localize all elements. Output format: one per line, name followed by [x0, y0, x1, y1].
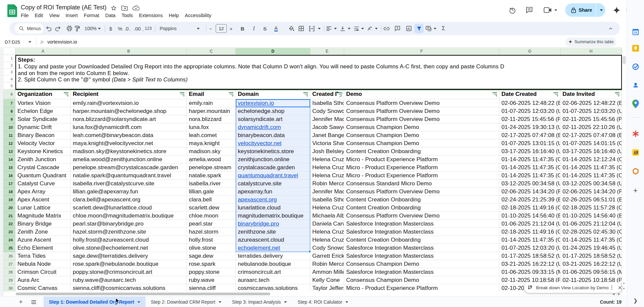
cell-D21[interactable]: magnitudematrix.boutique: [236, 212, 310, 220]
cell-H13[interactable]: 03-17-2025 16:16:40 (UTC): [560, 147, 622, 156]
row-header-7[interactable]: 7: [3, 99, 15, 107]
gemini-icon[interactable]: [612, 6, 621, 16]
cell-E9[interactable]: Jennifer Mack: [310, 115, 344, 123]
cell-F13[interactable]: Content Creation Onboarding: [344, 147, 499, 156]
column-header-B[interactable]: B: [71, 48, 187, 55]
cell-B11[interactable]: leah.comet@binarybeacon.data: [71, 131, 187, 139]
row-header-12[interactable]: 12: [3, 139, 15, 147]
suggestion-toast[interactable]: Break down View Location by Demo: [524, 282, 622, 293]
filter-icon[interactable]: [553, 93, 558, 97]
cell-F12[interactable]: Consensus Champion Demo: [344, 139, 499, 147]
add-sheet-button[interactable]: +: [17, 297, 25, 307]
cell-D24[interactable]: azureascent.cloud: [236, 236, 310, 244]
cell-B26[interactable]: sage.dew@terratides.delivery: [71, 252, 187, 260]
cell-D28[interactable]: crimsoncircuit.art: [236, 268, 310, 276]
table-header-cell[interactable]: Domain: [236, 89, 310, 99]
vertical-scrollbar-thumb[interactable]: [623, 56, 626, 64]
row-header-5[interactable]: 5: [3, 82, 15, 89]
row-header-28[interactable]: 28: [3, 268, 15, 276]
cell-D25[interactable]: echoelement.net: [236, 244, 310, 252]
cell-F28[interactable]: Salesforce Integration Masterclass: [344, 268, 499, 276]
insert-link-button[interactable]: [382, 22, 391, 35]
cell-D20[interactable]: lunarlattice.cloud: [236, 204, 310, 212]
cell-G17[interactable]: 03-12-2025 00:34:58 (UTC): [499, 180, 560, 188]
cell-A13[interactable]: Keystone Kinetics: [15, 147, 71, 156]
undo-button[interactable]: [44, 22, 53, 35]
cell-G23[interactable]: 02-18-2025 11:49:16 (CDT): [499, 228, 560, 236]
cell-F22[interactable]: Salesforce Integration Masterclass: [344, 220, 499, 228]
cell-A23[interactable]: Zenith Zone: [15, 228, 71, 236]
row-header-3[interactable]: 3: [3, 69, 15, 76]
sheet-tab-dropdown-icon[interactable]: [345, 301, 348, 303]
row-header-6[interactable]: 6: [3, 89, 15, 99]
cell-F19[interactable]: Content Creation Onboarding: [344, 196, 499, 204]
cell-H15[interactable]: 01-14-2025 11:47:35 (CDT): [560, 164, 622, 172]
calendar-icon[interactable]: 31: [632, 28, 639, 37]
cell-F16[interactable]: Micro - Product Experience Platform: [344, 172, 499, 180]
functions-button[interactable]: Σ: [439, 22, 448, 35]
filter-icon[interactable]: [336, 93, 342, 97]
cell-D19[interactable]: apexascent.org: [236, 196, 310, 204]
cell-F15[interactable]: Micro - Product Experience Platform: [344, 164, 499, 172]
cell-H12[interactable]: 01-07-2025 14:01:15 (CET): [560, 139, 622, 147]
cell-F23[interactable]: Salesforce Integration Masterclass: [344, 228, 499, 236]
text-rotation-button[interactable]: A: [366, 22, 375, 35]
get-addons-icon[interactable]: +: [633, 186, 638, 195]
cell-D17[interactable]: catalystcurve.site: [236, 180, 310, 188]
row-header-4[interactable]: 4: [3, 76, 15, 82]
cell-C12[interactable]: maya.knight: [187, 139, 236, 147]
cell-H24[interactable]: 01-14-2025 11:47:35 (CDT): [560, 236, 622, 244]
cell-H7[interactable]: 02-06-2025 12:48:22 (EST): [560, 99, 622, 107]
paint-format-button[interactable]: [72, 22, 82, 35]
cell-G12[interactable]: 01-07-2025 13:01:15 (UTC): [499, 139, 560, 147]
sheet-tab-dropdown-icon[interactable]: [219, 301, 221, 303]
cell-C24[interactable]: holly.frost: [187, 236, 236, 244]
cell-G7[interactable]: 02-06-2025 12:48:22 (EST): [499, 99, 560, 107]
cell-E19[interactable]: Isabella Sthole: [310, 196, 344, 204]
domain-link[interactable]: binarybridge.pro: [238, 221, 279, 227]
cell-C29[interactable]: ruby.wave: [187, 276, 236, 284]
cell-A19[interactable]: Apex Ascent: [15, 196, 71, 204]
cell-G13[interactable]: 03-17-2025 16:16:40 (UTC): [499, 147, 560, 156]
cell-B14[interactable]: amelia.wood@zenithjunction.online: [71, 156, 187, 164]
cell-E20[interactable]: Helena Cruz: [310, 204, 344, 212]
sheet-tab-dropdown-icon[interactable]: [284, 301, 287, 303]
horizontal-scrollbar-thumb[interactable]: [16, 293, 270, 295]
font-dropdown-icon[interactable]: [196, 22, 200, 35]
cell-F7[interactable]: Consensus Platform Overview Demo: [344, 99, 499, 107]
row-header-19[interactable]: 19: [3, 196, 15, 204]
cell-B15[interactable]: penelope.stream@crystalcascade.garden: [71, 164, 187, 172]
cell-B22[interactable]: pearl.star@binarybridge.pro: [71, 220, 187, 228]
version-history-icon[interactable]: [509, 6, 516, 14]
cell-D27[interactable]: nebulanode.boutique: [236, 260, 310, 268]
scroll-left-icon[interactable]: ◀: [612, 293, 614, 296]
cell-E17[interactable]: Robin Mercado: [310, 180, 344, 188]
orange-ring-addon-icon[interactable]: [632, 168, 639, 176]
text-color-button[interactable]: A: [271, 22, 281, 35]
row-header-30[interactable]: 30: [3, 284, 15, 292]
cell-G21[interactable]: 01-10-2025 14:56:40 (EDT): [499, 212, 560, 220]
cell-D26[interactable]: terratides.delivery: [236, 252, 310, 260]
cell-G22[interactable]: 01-06-2025 21:12:04 (UTC): [499, 220, 560, 228]
cell-F17[interactable]: Consensus Standard Micro Demo: [344, 180, 499, 188]
miro-icon[interactable]: [632, 149, 639, 158]
cell-C15[interactable]: penelope.stream: [187, 164, 236, 172]
row-header-20[interactable]: 20: [3, 204, 15, 212]
cell-H27[interactable]: 03-21-2025 16:22:12 (UTC): [560, 260, 622, 268]
text-rotation-dropdown-icon[interactable]: [374, 22, 378, 35]
all-sheets-button[interactable]: [30, 297, 38, 307]
cell-D29[interactable]: auraarc.tech: [236, 276, 310, 284]
cell-G27[interactable]: 03-21-2025 16:22:12 (UTC): [499, 260, 560, 268]
cell-B23[interactable]: hazel.storm@zenithzone.site: [71, 228, 187, 236]
cell-H19[interactable]: 02-26-2025 06:51:01 (EST): [560, 196, 622, 204]
cell-C28[interactable]: poppy.stone: [187, 268, 236, 276]
column-header-A[interactable]: A: [15, 48, 71, 55]
row-header-15[interactable]: 15: [3, 164, 15, 172]
cell-A11[interactable]: Binary Beacon: [15, 131, 71, 139]
cell-A29[interactable]: Aura Arc: [15, 276, 71, 284]
filter-views-button[interactable]: [424, 22, 433, 35]
domain-link[interactable]: apexascent.org: [238, 196, 277, 203]
vertical-align-dropdown-icon[interactable]: [347, 22, 351, 35]
bold-button[interactable]: B: [238, 22, 247, 35]
row-header-14[interactable]: 14: [3, 156, 15, 164]
